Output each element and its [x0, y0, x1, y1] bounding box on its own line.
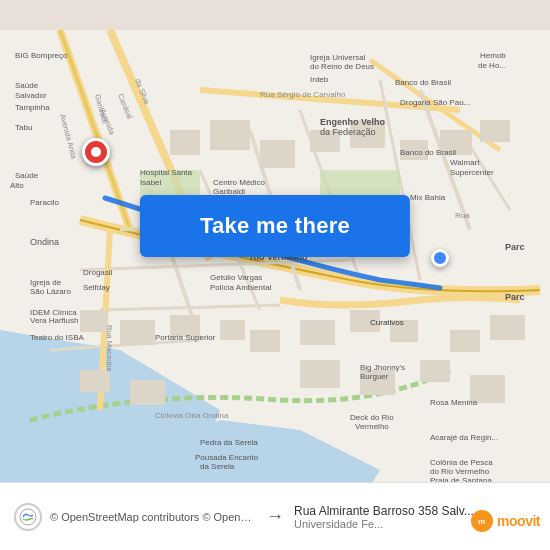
svg-text:Selfday: Selfday [83, 283, 110, 292]
svg-text:Walmart: Walmart [450, 158, 480, 167]
svg-rect-36 [300, 320, 335, 345]
svg-text:Saúde: Saúde [15, 171, 39, 180]
map-background: Engenho Velho da Federação Rio Vermelho … [0, 0, 550, 550]
svg-rect-25 [260, 140, 295, 168]
svg-point-110 [20, 509, 36, 525]
svg-text:Parc: Parc [505, 242, 525, 252]
svg-rect-41 [80, 370, 110, 392]
take-me-there-button[interactable]: Take me there [140, 195, 410, 257]
svg-text:Igreja Universal: Igreja Universal [310, 53, 366, 62]
svg-text:da Serela: da Serela [200, 462, 235, 471]
svg-text:Vera Harflush: Vera Harflush [30, 316, 78, 325]
svg-text:Igreja de: Igreja de [30, 278, 62, 287]
svg-text:Acarajé da Regin...: Acarajé da Regin... [430, 433, 498, 442]
svg-text:Banco do Brasil: Banco do Brasil [400, 148, 456, 157]
svg-text:Tampinha: Tampinha [15, 103, 50, 112]
svg-text:Vermelho: Vermelho [355, 422, 389, 431]
svg-text:Centro Médico: Centro Médico [213, 178, 266, 187]
svg-text:BIG Bompreço: BIG Bompreço [15, 51, 68, 60]
svg-text:Hemob: Hemob [480, 51, 506, 60]
svg-rect-34 [220, 320, 245, 340]
moovit-logo-icon: m [471, 510, 493, 532]
svg-text:Irdeb: Irdeb [310, 75, 329, 84]
svg-text:Burguer: Burguer [360, 372, 389, 381]
route-arrow-icon: → [266, 506, 284, 527]
svg-text:Portaria Superior: Portaria Superior [155, 333, 216, 342]
svg-text:Getúlio Vargas: Getúlio Vargas [210, 273, 262, 282]
svg-text:Pousada Encanto: Pousada Encanto [195, 453, 259, 462]
svg-text:Tabu: Tabu [15, 123, 32, 132]
svg-text:do Reino de Deus: do Reino de Deus [310, 62, 374, 71]
svg-text:Banco do Brasil: Banco do Brasil [395, 78, 451, 87]
svg-rect-32 [120, 320, 155, 345]
svg-rect-40 [490, 315, 525, 340]
svg-text:Ciclovia Orla Ondina: Ciclovia Orla Ondina [155, 411, 229, 420]
svg-rect-45 [420, 360, 450, 382]
svg-rect-35 [250, 330, 280, 352]
app-container: Engenho Velho da Federação Rio Vermelho … [0, 0, 550, 550]
moovit-brand-text: moovit [497, 513, 540, 529]
svg-text:Ondina: Ondina [30, 237, 59, 247]
svg-text:Drogasil: Drogasil [83, 268, 113, 277]
svg-text:Teatro do ISBA: Teatro do ISBA [30, 333, 84, 342]
svg-text:Paracilo: Paracilo [30, 198, 59, 207]
svg-text:Colônia de Pesca: Colônia de Pesca [430, 458, 493, 467]
svg-rect-43 [300, 360, 340, 388]
svg-text:Polícia Ambiental: Polícia Ambiental [210, 283, 272, 292]
svg-text:Rua Macaúba: Rua Macaúba [105, 325, 114, 373]
svg-text:Alto: Alto [10, 181, 24, 190]
svg-text:Mix Bahia: Mix Bahia [410, 193, 446, 202]
attribution-text: © OpenStreetMap contributors © OpenMapTi… [50, 511, 256, 523]
svg-text:Big Jhonny's: Big Jhonny's [360, 363, 405, 372]
svg-rect-42 [130, 380, 165, 405]
svg-text:Pedra da Serela: Pedra da Serela [200, 438, 258, 447]
svg-text:do Rio Vermelho: do Rio Vermelho [430, 467, 490, 476]
svg-text:Drogaria São Pau...: Drogaria São Pau... [400, 98, 470, 107]
svg-text:Curativos: Curativos [370, 318, 404, 327]
svg-rect-23 [170, 130, 200, 155]
svg-text:Salvador: Salvador [15, 91, 47, 100]
svg-rect-39 [450, 330, 480, 352]
svg-rect-31 [80, 310, 108, 332]
bottom-bar-left: © OpenStreetMap contributors © OpenMapTi… [14, 503, 256, 531]
origin-marker [431, 249, 449, 267]
svg-text:Rua: Rua [455, 211, 470, 220]
svg-text:de Ho...: de Ho... [478, 61, 506, 70]
svg-text:Deck do Rio: Deck do Rio [350, 413, 394, 422]
svg-text:Isabel: Isabel [140, 178, 162, 187]
button-overlay: Take me there [140, 195, 410, 257]
osm-logo [14, 503, 42, 531]
svg-text:Saúde: Saúde [15, 81, 39, 90]
svg-text:Parc: Parc [505, 292, 525, 302]
svg-text:da Federação: da Federação [320, 127, 376, 137]
svg-text:São Lázaro: São Lázaro [30, 287, 71, 296]
bottom-bar: © OpenStreetMap contributors © OpenMapTi… [0, 482, 550, 550]
svg-text:Rosa Menina: Rosa Menina [430, 398, 478, 407]
svg-text:m: m [478, 517, 485, 526]
svg-text:Hospital Santa: Hospital Santa [140, 168, 193, 177]
svg-text:Engenho Velho: Engenho Velho [320, 117, 386, 127]
svg-text:Supercenter: Supercenter [450, 168, 494, 177]
svg-rect-24 [210, 120, 250, 150]
moovit-logo: m moovit [471, 510, 540, 532]
svg-text:Rua Sérgio de Carvalho: Rua Sérgio de Carvalho [260, 90, 346, 99]
svg-rect-30 [480, 120, 510, 142]
map-container: Engenho Velho da Federação Rio Vermelho … [0, 0, 550, 550]
